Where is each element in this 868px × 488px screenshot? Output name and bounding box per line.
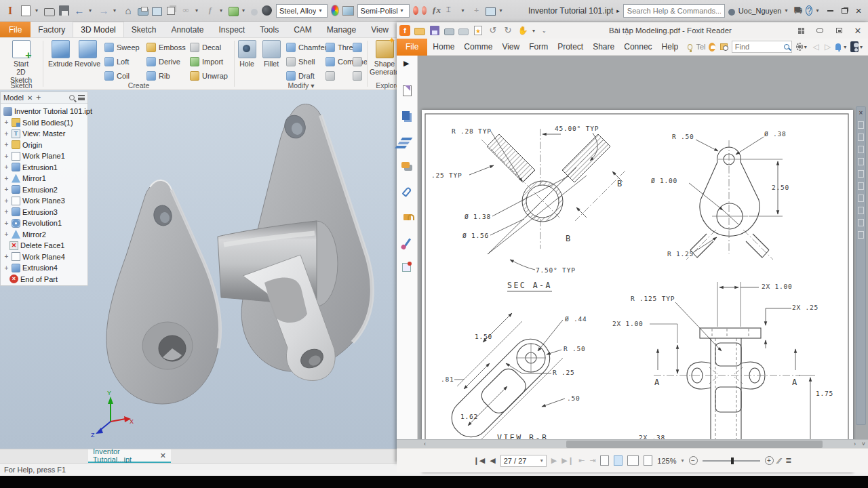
split-button[interactable] (353, 55, 362, 68)
redo-dropdown[interactable]: ▾ (113, 7, 119, 14)
tree-item-extrusion3[interactable]: + Extrusion3 (1, 207, 87, 218)
foxit-quick-print-icon[interactable] (458, 28, 469, 35)
page-box-dropdown[interactable]: ▾ (540, 458, 543, 464)
foxit-hand-dropdown[interactable]: ▾ (532, 28, 538, 34)
foxit-minimize-button[interactable] (812, 25, 827, 36)
open-icon[interactable] (44, 8, 55, 16)
foxit-menu-view[interactable]: View (498, 42, 524, 52)
expander-icon[interactable]: + (3, 163, 9, 171)
start-2d-sketch-button[interactable]: Start 2D Sketch (6, 40, 36, 84)
tab-tools[interactable]: Tools (252, 22, 286, 37)
annotation-tool-icon[interactable] (858, 158, 864, 165)
sweep-button[interactable]: Sweep (104, 41, 140, 54)
import-dropdown[interactable]: ▾ (242, 7, 248, 14)
document-tab[interactable]: Inventor Tutorial...ipt ✕ (88, 449, 171, 464)
attachments-panel-icon[interactable] (401, 186, 412, 197)
measure-dropdown[interactable]: ▾ (461, 7, 467, 14)
annotation-tool-icon[interactable] (858, 134, 864, 141)
document-tab-close-icon[interactable]: ✕ (160, 451, 166, 460)
expander-icon[interactable]: + (3, 208, 9, 216)
expander-icon[interactable]: + (3, 186, 9, 193)
annotation-tool-icon[interactable] (858, 146, 864, 153)
prev-page-icon[interactable]: ◀ (490, 456, 495, 465)
annotation-tool-icon[interactable] (858, 195, 864, 202)
zoom-slider-thumb[interactable] (731, 458, 734, 464)
color-wheel-icon[interactable] (331, 5, 338, 16)
help-dropdown[interactable]: ▾ (816, 7, 821, 14)
tab-annotate[interactable]: Annotate (163, 22, 211, 37)
tab-3d-model[interactable]: 3D Model (73, 22, 123, 37)
draft-button[interactable]: Draft (286, 69, 327, 83)
foxit-layout-button[interactable] (793, 25, 808, 36)
tree-item-end-of-part[interactable]: × End of Part (1, 274, 87, 285)
expander-icon[interactable]: + (3, 119, 9, 126)
parameters-icon[interactable]: ƒ (204, 5, 216, 17)
tree-item-extrusion4[interactable]: + Extrusion4 (1, 262, 87, 273)
zoom-value[interactable]: 125% (657, 457, 676, 465)
measure-icon[interactable]: ⌶ (446, 5, 458, 17)
help-icon[interactable]: ? (806, 5, 812, 16)
tree-item-origin[interactable]: + Origin (1, 140, 87, 150)
page-number-box[interactable]: 27 / 27 ▾ (500, 455, 547, 467)
tab-inspect[interactable]: Inspect (211, 22, 252, 37)
avatar-dropdown[interactable]: ▾ (860, 44, 865, 50)
zoom-dropdown[interactable]: ▾ (681, 458, 684, 464)
tree-item-root[interactable]: Inventor Tutorial 101.ipt (1, 106, 87, 117)
tell-me-icon[interactable] (688, 44, 692, 50)
tree-item-delete-face1[interactable]: ✕ Delete Face1 (1, 240, 87, 251)
user-dropdown[interactable]: ▾ (785, 7, 790, 14)
gear-dropdown[interactable]: ▾ (804, 44, 810, 50)
first-page-icon[interactable]: ❙◀ (473, 456, 486, 465)
revolve-button[interactable]: Revolve (73, 40, 102, 68)
annotation-tool-icon[interactable] (858, 207, 864, 214)
import-button[interactable]: Import (190, 55, 228, 68)
inventor-minimize-button[interactable] (825, 5, 835, 17)
foxit-hand-tool-icon[interactable]: ✋ (517, 25, 528, 36)
inventor-restore-button[interactable] (839, 5, 850, 17)
qat-customize-arrow[interactable]: ▾ (499, 7, 505, 14)
redo-icon[interactable]: → (98, 5, 110, 17)
fx-parameters-icon[interactable]: ƒx (430, 5, 442, 17)
tree-item-extrusion2[interactable]: + Extrusion2 (1, 184, 87, 195)
floating-toolbar-close-icon[interactable]: × (856, 109, 865, 117)
home-view-icon[interactable]: ⌂ (122, 5, 134, 17)
notifications-bell-icon[interactable] (835, 43, 841, 50)
tab-factory[interactable]: Factory (31, 22, 73, 37)
tree-item-revolution1[interactable]: + Revolution1 (1, 218, 87, 228)
parameters-dropdown[interactable]: ▾ (220, 7, 225, 14)
find-search-icon[interactable] (784, 44, 789, 49)
foxit-menu-protect[interactable]: Protect (553, 42, 587, 52)
tree-item-solid-bodies[interactable]: + Solid Bodies(1) (1, 117, 87, 128)
clear-adjust-icon[interactable] (422, 6, 427, 15)
foxit-menu-home[interactable]: Home (429, 42, 458, 52)
annotation-tool-icon[interactable] (858, 231, 864, 239)
annotation-tool-icon[interactable] (858, 121, 864, 129)
foxit-undo-icon[interactable]: ↺ (488, 25, 498, 36)
thread-extra-button[interactable] (353, 41, 362, 54)
foxit-user-avatar[interactable] (850, 41, 859, 52)
fillet-button[interactable]: Fillet (259, 40, 283, 68)
expander-icon[interactable]: + (3, 152, 9, 160)
foxit-restore-button[interactable] (831, 25, 846, 36)
scrollbar-thumb[interactable] (566, 441, 823, 448)
pdf-page[interactable]: R .28 TYP 45.00° TYP .25 TYP Ø 1.38 Ø 1.… (422, 110, 853, 472)
expander-icon[interactable]: + (3, 197, 9, 205)
store-cart-icon[interactable]: ⛟ (793, 5, 802, 16)
collaborate-icon[interactable] (251, 9, 258, 16)
pages-panel-icon[interactable] (402, 111, 410, 120)
settings-gear-icon[interactable] (796, 43, 803, 51)
foxit-open-icon[interactable] (414, 28, 425, 35)
tree-item-extrusion1[interactable]: + Extrusion1 (1, 162, 87, 173)
search-folder-icon[interactable] (720, 43, 728, 50)
link-icon[interactable]: ∞ (180, 5, 192, 17)
hole-button[interactable]: Hole (235, 40, 259, 68)
chamfer-button[interactable]: Chamfer (286, 41, 327, 54)
loft-button[interactable]: Loft (104, 55, 140, 68)
adjust-icon[interactable] (413, 6, 418, 15)
tab-manage[interactable]: Manage (319, 22, 363, 37)
material-browser-icon[interactable] (262, 5, 272, 16)
tree-item-mirror2[interactable]: + Mirror2 (1, 229, 87, 240)
zoom-in-icon[interactable]: + (765, 456, 774, 465)
annotation-tool-icon[interactable] (858, 219, 864, 226)
tab-sketch[interactable]: Sketch (124, 22, 164, 37)
